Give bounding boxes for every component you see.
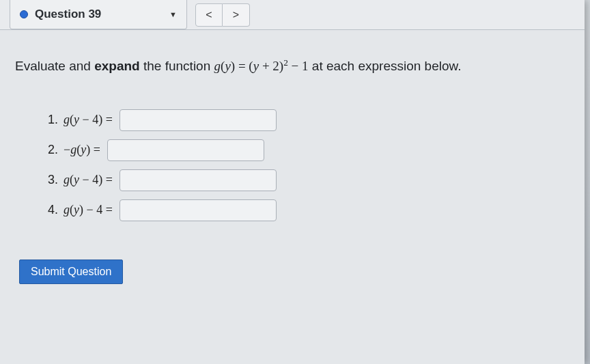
answer-input-4[interactable] [120, 199, 277, 221]
topbar: Question 39 ▼ < > [0, 0, 585, 30]
answer-input-3[interactable] [120, 169, 277, 191]
question-selector[interactable]: Question 39 ▼ [10, 0, 187, 29]
next-button[interactable]: > [223, 3, 250, 27]
question-title: Question 39 [35, 8, 163, 21]
prev-button[interactable]: < [195, 3, 223, 27]
list-item: 2. −g(y) = [48, 138, 570, 163]
list-item: 3. g(y − 4) = [48, 168, 570, 193]
answer-input-2[interactable] [107, 139, 264, 161]
status-dot-icon [20, 10, 28, 18]
answer-list: 1. g(y − 4) = 2. −g(y) = 3. g(y − 4) = [48, 108, 570, 223]
chevron-right-icon: > [233, 9, 239, 21]
item-label-2: 2. −g(y) = [48, 143, 100, 157]
list-item: 4. g(y) − 4 = [48, 198, 570, 223]
caret-down-icon: ▼ [169, 10, 177, 18]
prompt-text: Evaluate and expand the function g(y) = … [15, 56, 570, 76]
list-item: 1. g(y − 4) = [48, 108, 570, 132]
item-label-4: 4. g(y) − 4 = [48, 203, 113, 217]
answer-input-1[interactable] [120, 109, 277, 131]
nav-buttons: < > [195, 0, 250, 29]
chevron-left-icon: < [206, 9, 212, 21]
submit-button[interactable]: Submit Question [19, 260, 123, 284]
item-label-3: 3. g(y − 4) = [48, 173, 113, 187]
question-content: Evaluate and expand the function g(y) = … [0, 30, 585, 298]
item-label-1: 1. g(y − 4) = [48, 113, 113, 127]
